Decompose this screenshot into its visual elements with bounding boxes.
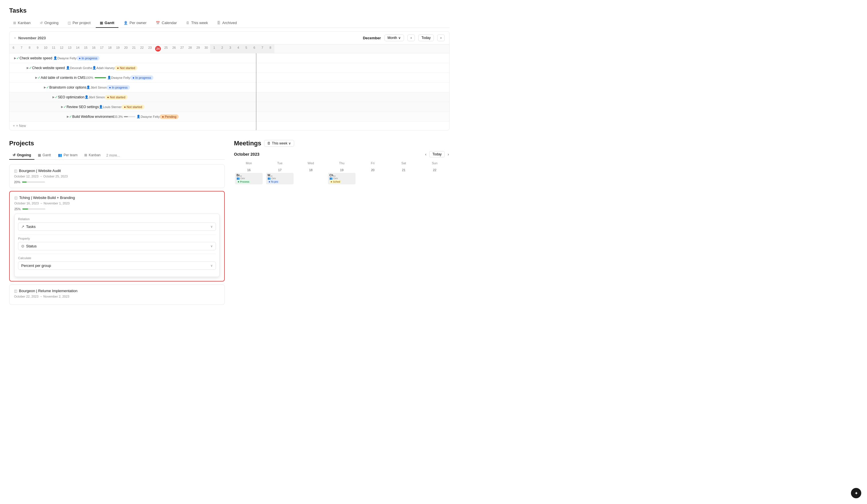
date-15: 15 <box>82 44 90 53</box>
date-dec5: 5 <box>242 44 250 53</box>
check-icon: ✓ <box>46 85 49 89</box>
projects-tab-ongoing[interactable]: ↺ Ongoing <box>9 151 34 160</box>
cal-cell-17[interactable]: 17 W... 👥 Dev ● To pro <box>265 167 295 190</box>
add-new-row[interactable]: + + New <box>10 121 449 130</box>
ongoing-icon: ↺ <box>40 21 43 25</box>
task-name: Check website speed <box>20 56 52 60</box>
cal-header-thu: Thu <box>327 160 357 166</box>
project-card-progress: 20% <box>14 180 220 184</box>
projects-tab-more[interactable]: 2 more... <box>104 151 122 159</box>
date-27: 27 <box>178 44 186 53</box>
calendar-prev-btn[interactable]: ‹ <box>425 151 427 157</box>
cal-date-20: 20 <box>359 168 386 172</box>
projects-tab-bar: ↺ Ongoing ▦ Gantt 👥 Per team ⊞ Kanban 2 … <box>9 151 225 160</box>
cal-cell-21[interactable]: 21 <box>389 167 419 190</box>
date-6: 6 <box>10 44 18 53</box>
cal-header-mon: Mon <box>234 160 264 166</box>
project-card-bourgeon-relume[interactable]: ◫ Bourgeon | Relume Implementation Octob… <box>9 285 225 305</box>
plus-icon: + <box>13 124 15 128</box>
this-week-btn[interactable]: 🗓 This week ∨ <box>264 140 294 147</box>
chevron-left-btn[interactable]: ‹ <box>407 34 415 41</box>
month-selector-btn[interactable]: Month ∨ <box>385 34 404 41</box>
cal-cell-16[interactable]: 16 Br... 👥 Dev ● Process <box>234 167 264 190</box>
status-badge: ● Not started <box>105 95 128 99</box>
project-card-progress: 25% <box>14 207 220 211</box>
project-card-tching[interactable]: ◫ Tching | Website Build + Branding Octo… <box>9 191 225 281</box>
user2-name: Adah Harvey <box>96 66 115 69</box>
date-dec6: 6 <box>250 44 258 53</box>
date-dec7: 7 <box>258 44 266 53</box>
property-select[interactable]: ⊙ Status ∨ <box>18 242 216 250</box>
meetings-header: Meetings 🗓 This week ∨ <box>234 140 450 147</box>
projects-tab-gantt[interactable]: ▦ Gantt <box>34 151 54 160</box>
date-16: 16 <box>90 44 98 53</box>
expand-icon[interactable]: ▶ <box>67 115 69 118</box>
chevron-right-btn[interactable]: › <box>437 34 445 41</box>
table-row: ▶ ✓ Check website speed 👤 Devorah Grothe… <box>10 63 449 73</box>
chevron-down-icon: ∨ <box>211 244 213 248</box>
cal-cell-18[interactable]: 18 <box>296 167 326 190</box>
kanban-tab-icon: ⊞ <box>84 153 87 157</box>
expand-icon[interactable]: ▶ <box>14 56 17 60</box>
expand-icon[interactable]: ▶ <box>52 96 55 99</box>
calendar-today-btn[interactable]: Today <box>429 151 445 158</box>
date-17: 17 <box>98 44 106 53</box>
tab-kanban[interactable]: ⊞ Kanban <box>9 18 35 28</box>
gantt-chart: » November 2023 December Month ∨ ‹ Today… <box>9 31 450 130</box>
tab-gantt[interactable]: ▦ Gantt <box>96 18 118 28</box>
cal-cell-20[interactable]: 20 <box>358 167 388 190</box>
cal-header-wed: Wed <box>296 160 326 166</box>
project-card-date: October 22, 2023 → November 2, 2023 <box>14 295 220 298</box>
check-icon: ✓ <box>63 105 66 109</box>
tab-perowner[interactable]: 👤 Per owner <box>120 18 151 28</box>
today-btn[interactable]: Today <box>418 34 434 41</box>
dropdown-panel: Relation ↗ Tasks ∨ <box>14 214 220 277</box>
list-item: Br... 👥 Dev ● Process <box>235 173 263 184</box>
date-dec8: 8 <box>266 44 275 53</box>
calendar-icon: 🗓 <box>267 141 271 145</box>
kanban-icon: ⊞ <box>13 21 16 25</box>
tab-ongoing[interactable]: ↺ Ongoing <box>36 18 63 28</box>
tab-archived[interactable]: 🗄 Archived <box>213 18 241 28</box>
table-row: ▶ ✓ Build Webflow environment 33.3% 👤 Dw… <box>10 112 449 121</box>
task-name: Check website speed <box>32 66 65 70</box>
calendar-next-btn[interactable]: › <box>447 151 450 157</box>
meetings-calendar: October 2023 ‹ Today › Mon Tue Wed Thu F… <box>234 151 450 190</box>
cal-cell-22[interactable]: 22 <box>420 167 450 190</box>
project-card-title: ◫ Bourgeon | Website Audit <box>14 169 220 173</box>
avatar-icon: 👤 <box>99 105 103 109</box>
expand-icon[interactable]: ▶ <box>35 76 38 79</box>
status-badge: ● Not started <box>121 105 144 109</box>
relation-select[interactable]: ↗ Tasks ∨ <box>18 223 216 231</box>
cal-date-21: 21 <box>390 168 417 172</box>
relation-section: Relation ↗ Tasks ∨ <box>18 217 216 231</box>
expand-icon[interactable]: ▶ <box>27 66 29 69</box>
projects-tab-kanban[interactable]: ⊞ Kanban <box>81 151 104 160</box>
expand-icon[interactable]: ▶ <box>61 105 63 108</box>
date-23: 23 <box>146 44 154 53</box>
project-card-bourgeon-audit[interactable]: ◫ Bourgeon | Website Audit October 12, 2… <box>9 164 225 188</box>
cal-header-tue: Tue <box>265 160 295 166</box>
tab-thisweek[interactable]: 🗓 This week <box>182 18 212 28</box>
divider <box>18 234 216 235</box>
date-7: 7 <box>18 44 25 53</box>
tab-calendar[interactable]: 📅 Calendar <box>152 18 181 28</box>
project-icon: ◫ <box>14 196 18 200</box>
user-name: Dwayne Felty <box>111 76 130 79</box>
project-progress-fill <box>22 208 28 210</box>
cal-header-fri: Fri <box>358 160 388 166</box>
perowner-icon: 👤 <box>124 21 128 25</box>
calculate-select[interactable]: Percent per group ∨ <box>18 261 216 270</box>
tab-perproject[interactable]: ◫ Per project <box>64 18 95 28</box>
cal-header-sat: Sat <box>389 160 419 166</box>
projects-tab-perteam[interactable]: 👥 Per team <box>54 151 81 160</box>
expand-icon[interactable]: ▶ <box>44 86 46 89</box>
task-name: Build Webflow environment <box>72 115 114 119</box>
gantt-rows-area: ▶ ✓ Check website speed 👤 Dwayne Felty ●… <box>10 53 449 130</box>
cal-cell-19[interactable]: 19 Ch... 👥 Dev ● Sched <box>327 167 357 190</box>
status-badge: ● In progress <box>107 85 130 90</box>
task-name: Add table of contents in CMS <box>41 76 85 80</box>
calendar-nav: ‹ Today › <box>425 151 450 158</box>
project-progress-bar <box>22 208 45 210</box>
december-label: December <box>363 36 381 40</box>
